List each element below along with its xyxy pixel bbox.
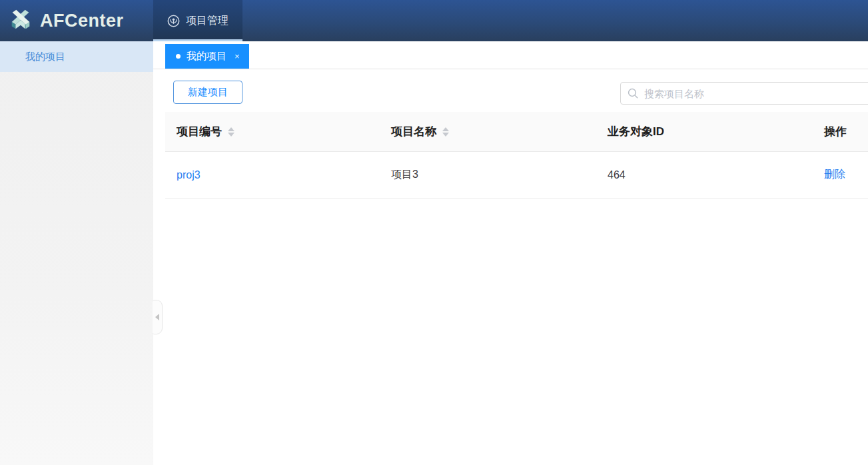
topnav: 项目管理: [153, 0, 242, 41]
brand: AFCenter: [0, 0, 153, 41]
table-row: proj3 项目3 464 删除: [165, 152, 868, 199]
tab-label: 我的项目: [187, 50, 226, 63]
collapse-arrow-icon: [155, 314, 159, 320]
column-header-project-code[interactable]: 项目编号: [165, 124, 380, 139]
new-project-button[interactable]: 新建项目: [173, 81, 242, 104]
sidebar: 我的项目: [0, 41, 153, 465]
tab-bar: 我的项目 ×: [153, 41, 868, 69]
brand-title: AFCenter: [40, 11, 124, 31]
table-header-row: 项目编号 项目名称 业务对象ID 操作: [165, 112, 868, 152]
sidebar-item-label: 我的项目: [25, 51, 65, 63]
active-dot-icon: [176, 54, 181, 59]
column-header-actions: 操作: [813, 124, 868, 139]
projects-table: 项目编号 项目名称 业务对象ID 操作 proj3 项目3 464 删除: [165, 112, 868, 199]
main-content: 我的项目 × 新建项目 项目编号 项目名称 业务对象ID: [153, 41, 868, 465]
column-header-project-name[interactable]: 项目名称: [380, 124, 596, 139]
brand-logo-icon: [8, 8, 33, 33]
column-header-business-object-id: 业务对象ID: [596, 124, 813, 139]
column-header-label: 项目编号: [177, 124, 222, 139]
project-code-link[interactable]: proj3: [177, 169, 201, 181]
business-object-id-value: 464: [608, 169, 626, 181]
tab-close-icon[interactable]: ×: [234, 51, 240, 61]
sidebar-collapse-handle[interactable]: [153, 300, 163, 334]
search-input[interactable]: [644, 88, 868, 99]
search-box: [620, 82, 868, 105]
broadcast-icon: [167, 15, 180, 27]
sort-icon[interactable]: [442, 127, 449, 137]
sort-icon[interactable]: [228, 127, 234, 137]
topnav-item-project-management[interactable]: 项目管理: [153, 0, 242, 41]
sidebar-item-my-projects[interactable]: 我的项目: [0, 41, 153, 72]
search-icon: [628, 88, 639, 99]
column-header-label: 操作: [824, 124, 847, 139]
toolbar: 新建项目: [153, 69, 868, 112]
column-header-label: 业务对象ID: [608, 124, 664, 139]
topnav-item-label: 项目管理: [186, 14, 228, 28]
app-header: AFCenter 项目管理: [0, 0, 868, 41]
column-header-label: 项目名称: [391, 124, 436, 139]
project-name-value: 项目3: [391, 169, 418, 180]
tab-my-projects[interactable]: 我的项目 ×: [165, 44, 249, 69]
delete-row-button[interactable]: 删除: [824, 169, 845, 180]
